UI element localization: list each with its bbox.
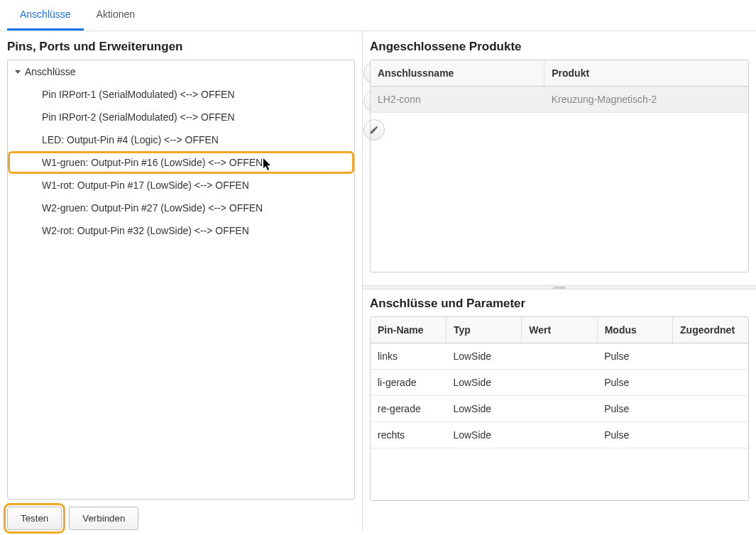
params-grid[interactable]: Pin-Name Typ Wert Modus Zugeordnet links… bbox=[370, 316, 749, 501]
testen-button[interactable]: Testen bbox=[7, 507, 62, 530]
table-row[interactable]: li-geradeLowSidePulse bbox=[371, 370, 748, 396]
cell-zug bbox=[673, 422, 748, 448]
tree-item[interactable]: W2-rot: Output-Pin #32 (LowSide) <--> OF… bbox=[8, 219, 354, 242]
left-panel-title: Pins, Ports und Erweiterungen bbox=[7, 40, 355, 54]
products-grid[interactable]: Anschlussname Produkt LH2-conn Kreuzung-… bbox=[370, 60, 749, 272]
cell-zug bbox=[673, 343, 748, 370]
cell-name: LH2-conn bbox=[371, 87, 544, 113]
cell-typ: LowSide bbox=[446, 343, 521, 370]
col-pin[interactable]: Pin-Name bbox=[371, 317, 446, 343]
cell-pin: links bbox=[371, 343, 446, 370]
cell-pin: li-gerade bbox=[371, 370, 446, 396]
cell-wert bbox=[522, 396, 597, 422]
tree-item-label: W1-rot: Output-Pin #17 (LowSide) <--> OF… bbox=[42, 180, 249, 191]
caret-down-icon bbox=[15, 70, 21, 74]
col-anschlussname[interactable]: Anschlussname bbox=[371, 60, 544, 87]
cell-modus: Pulse bbox=[597, 422, 672, 448]
cell-typ: LowSide bbox=[446, 370, 521, 396]
cell-modus: Pulse bbox=[597, 343, 672, 370]
table-row[interactable]: rechtsLowSidePulse bbox=[371, 422, 748, 448]
right-bottom-title: Anschlüsse und Parameter bbox=[370, 297, 749, 311]
tree-item-label: W1-gruen: Output-Pin #16 (LowSide) <--> … bbox=[42, 157, 263, 168]
tree-item[interactable]: Pin IRPort-1 (SerialModulated) <--> OFFE… bbox=[8, 83, 354, 106]
cell-typ: LowSide bbox=[446, 396, 521, 422]
tree-item-label: Pin IRPort-2 (SerialModulated) <--> OFFE… bbox=[42, 111, 235, 123]
col-typ[interactable]: Typ bbox=[446, 317, 521, 343]
tree-item-selected[interactable]: W1-gruen: Output-Pin #16 (LowSide) <--> … bbox=[8, 151, 354, 174]
tree-item[interactable]: W2-gruen: Output-Pin #27 (LowSide) <--> … bbox=[8, 197, 354, 219]
col-produkt[interactable]: Produkt bbox=[544, 60, 748, 87]
cursor-icon bbox=[263, 158, 273, 171]
tree-item[interactable]: W1-rot: Output-Pin #17 (LowSide) <--> OF… bbox=[8, 174, 354, 197]
tree-item[interactable]: LED: Output-Pin #4 (Logic) <--> OFFEN bbox=[8, 128, 354, 151]
cell-pin: rechts bbox=[371, 422, 446, 448]
tree-item-label: Pin IRPort-1 (SerialModulated) <--> OFFE… bbox=[42, 89, 235, 100]
col-wert[interactable]: Wert bbox=[522, 317, 597, 343]
tree-item[interactable]: Pin IRPort-2 (SerialModulated) <--> OFFE… bbox=[8, 106, 354, 128]
cell-pin: re-gerade bbox=[371, 396, 446, 422]
col-zug[interactable]: Zugeordnet bbox=[673, 317, 748, 343]
cell-wert bbox=[522, 370, 597, 396]
tab-aktionen[interactable]: Aktionen bbox=[84, 0, 148, 31]
verbinden-button[interactable]: Verbinden bbox=[69, 507, 138, 530]
tree-item-label: W2-rot: Output-Pin #32 (LowSide) <--> OF… bbox=[42, 225, 249, 236]
tree-node-root[interactable]: Anschlüsse bbox=[8, 60, 354, 83]
cell-wert bbox=[522, 343, 597, 370]
tree-item-label: W2-gruen: Output-Pin #27 (LowSide) <--> … bbox=[42, 202, 263, 214]
table-row[interactable]: linksLowSidePulse bbox=[371, 343, 748, 370]
table-row[interactable]: re-geradeLowSidePulse bbox=[371, 396, 748, 422]
cell-modus: Pulse bbox=[597, 396, 672, 422]
tree-item-label: LED: Output-Pin #4 (Logic) <--> OFFEN bbox=[42, 134, 219, 145]
cell-modus: Pulse bbox=[597, 370, 672, 396]
tab-bar: Anschlüsse Aktionen bbox=[0, 0, 756, 31]
pin-tree[interactable]: Anschlüsse Pin IRPort-1 (SerialModulated… bbox=[7, 60, 355, 500]
cell-zug bbox=[673, 370, 748, 396]
right-top-title: Angeschlossene Produkte bbox=[370, 40, 749, 54]
col-modus[interactable]: Modus bbox=[597, 317, 672, 343]
horizontal-splitter[interactable] bbox=[363, 285, 756, 289]
cell-zug bbox=[673, 396, 748, 422]
cell-typ: LowSide bbox=[446, 422, 521, 448]
cell-produkt: Kreuzung-Magnetisch-2 bbox=[544, 87, 748, 113]
table-row[interactable]: LH2-conn Kreuzung-Magnetisch-2 bbox=[371, 87, 748, 113]
tree-root-label: Anschlüsse bbox=[25, 66, 76, 77]
tab-anschluesse[interactable]: Anschlüsse bbox=[7, 0, 84, 31]
cell-wert bbox=[522, 422, 597, 448]
